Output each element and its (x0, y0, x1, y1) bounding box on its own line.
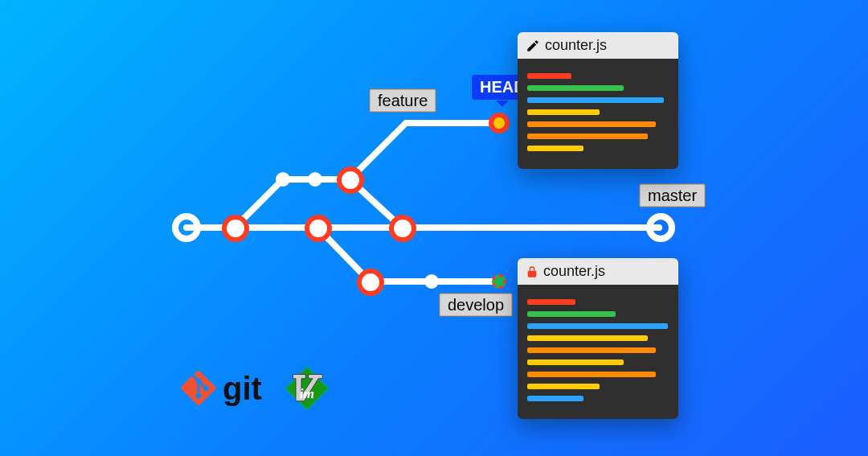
code-line (527, 311, 616, 317)
commit-orange-4 (389, 215, 416, 242)
commit-head (489, 113, 510, 134)
commit-orange-1 (222, 215, 249, 242)
code-line (527, 146, 583, 151)
edit-icon (526, 39, 540, 53)
code-line (527, 359, 624, 365)
svg-text:im: im (300, 385, 314, 401)
git-logo: git (181, 371, 262, 407)
editor-body (518, 285, 678, 419)
code-line (527, 347, 656, 353)
commit-develop (492, 274, 506, 289)
commit-white-3 (424, 274, 439, 289)
code-line (527, 73, 571, 79)
git-wordmark: git (223, 371, 262, 407)
code-line (527, 85, 624, 91)
vim-logo: im (285, 366, 330, 411)
commit-root (172, 213, 201, 242)
code-line (527, 335, 648, 341)
branch-label-develop: develop (439, 293, 513, 317)
editor-window-feature: counter.js (518, 32, 678, 169)
commit-orange-5 (357, 269, 384, 296)
editor-window-develop: counter.js (518, 258, 678, 419)
code-line (527, 121, 656, 127)
code-line (527, 396, 583, 401)
code-line (527, 323, 668, 329)
code-line (527, 97, 664, 103)
code-line (527, 384, 600, 389)
code-line (527, 134, 648, 139)
branch-label-master: master (639, 183, 706, 207)
branch-graph (0, 0, 868, 456)
lock-icon (526, 265, 538, 279)
editor-body (518, 59, 678, 169)
editor-filename: counter.js (543, 263, 605, 280)
commit-master (646, 213, 675, 242)
code-line (527, 372, 656, 377)
code-line (527, 109, 600, 115)
code-line (527, 299, 575, 305)
logo-row: git im (181, 366, 330, 411)
commit-orange-3 (305, 215, 332, 242)
commit-white-1 (276, 172, 290, 187)
commit-white-2 (308, 172, 322, 187)
branch-label-feature: feature (369, 88, 436, 113)
editor-filename: counter.js (545, 37, 607, 54)
commit-orange-2 (337, 166, 364, 194)
